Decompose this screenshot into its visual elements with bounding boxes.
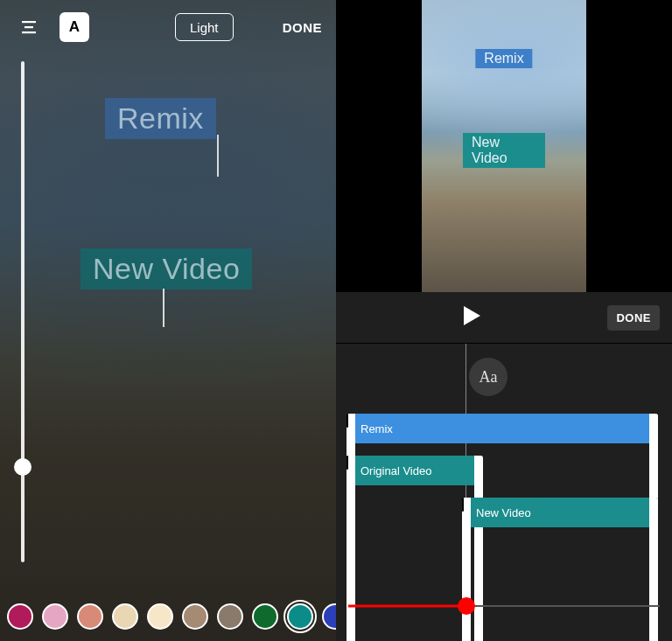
font-selector-button[interactable]: Light [175,13,234,41]
scrub-progress [348,605,466,608]
clip-original[interactable]: Original Video [346,456,483,485]
color-swatch-2[interactable] [77,603,103,630]
color-swatch-9[interactable] [322,603,336,630]
text-element-remix[interactable]: Remix [105,98,216,139]
text-style-icon[interactable]: A [60,12,89,42]
svg-rect-0 [22,21,36,23]
app-root: A Light DONE Remix New Video Remix New V… [0,0,672,641]
preview-text-newvideo: New Video [463,133,545,168]
clip-label: Original Video [360,464,431,477]
canvas-overlay: Remix New Video [0,0,336,641]
playback-bar: DONE [336,292,672,343]
text-done-button[interactable]: DONE [283,20,322,35]
clip-handle-right[interactable] [649,498,658,641]
text-element-newvideo[interactable]: New Video [80,248,252,289]
clip-label: New Video [476,506,531,519]
text-toolbar: A Light DONE [0,0,336,54]
text-size-thumb[interactable] [14,458,32,476]
text-caret [217,135,219,177]
color-swatch-8[interactable] [287,603,313,630]
timeline: Aa RemixOriginal VideoNew Video [336,343,672,641]
play-icon[interactable] [462,305,481,330]
color-swatch-3[interactable] [112,603,138,630]
svg-marker-3 [464,306,480,325]
color-swatch-4[interactable] [147,603,173,630]
color-swatch-7[interactable] [252,603,278,630]
color-palette [0,592,336,641]
tracks-container: RemixOriginal VideoNew Video [336,414,672,527]
text-caret [163,289,164,327]
color-swatch-6[interactable] [217,603,243,630]
scrub-slider[interactable] [348,596,660,617]
clip-newvideo[interactable]: New Video [462,498,658,527]
svg-rect-2 [22,31,36,33]
svg-rect-1 [24,26,33,28]
scrub-thumb[interactable] [458,597,475,615]
clip-label: Remix [360,422,393,435]
timeline-done-button[interactable]: DONE [607,305,660,331]
align-icon[interactable] [14,12,44,42]
preview-area: Remix New Video [336,0,672,292]
text-size-slider[interactable] [21,61,24,562]
color-swatch-0[interactable] [7,603,33,630]
preview-text-remix: Remix [475,49,532,68]
clip-remix[interactable]: Remix [346,414,658,443]
video-preview[interactable]: Remix New Video [422,0,586,292]
color-swatch-1[interactable] [42,603,68,630]
clip-handle-left[interactable] [462,498,471,641]
text-style-chip[interactable]: Aa [469,358,508,396]
timeline-pane: Remix New Video DONE Aa RemixOriginal Vi… [336,0,672,641]
color-swatch-5[interactable] [182,603,208,630]
text-editor-pane: A Light DONE Remix New Video [0,0,336,641]
